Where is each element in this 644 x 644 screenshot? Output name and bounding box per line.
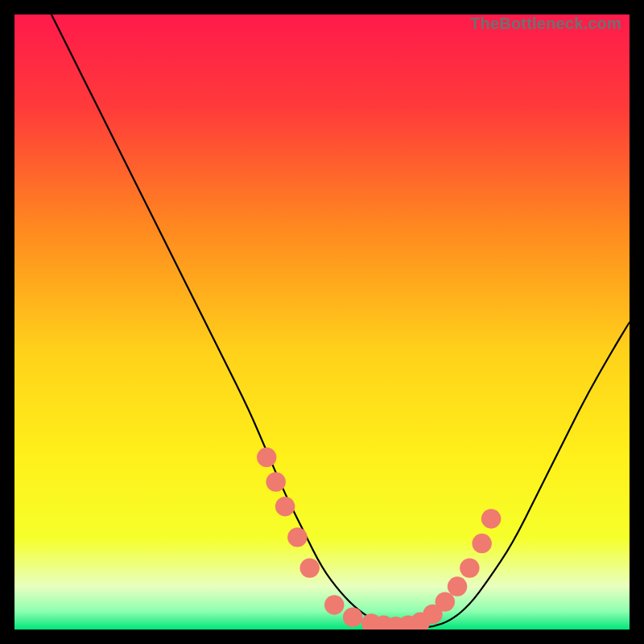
marker-dot: [266, 472, 285, 491]
marker-dot: [481, 509, 501, 528]
marker-dot: [343, 608, 362, 627]
marker-dot: [287, 527, 307, 547]
chart-svg: [14, 14, 630, 630]
chart-background: [14, 14, 630, 630]
marker-dot: [300, 558, 320, 577]
watermark-text: TheBottleneck.com: [470, 14, 621, 33]
chart-frame: TheBottleneck.com: [14, 14, 630, 630]
marker-dot: [436, 592, 455, 611]
marker-dot: [324, 595, 344, 614]
marker-dot: [460, 558, 479, 577]
marker-dot: [275, 497, 295, 516]
marker-dot: [448, 576, 467, 596]
marker-dot: [472, 534, 491, 553]
marker-dot: [257, 448, 276, 467]
